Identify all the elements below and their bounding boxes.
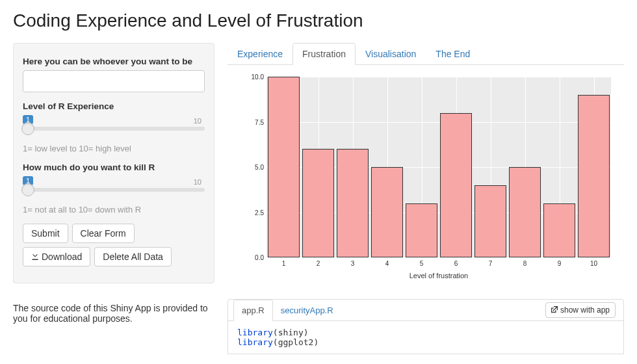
slider2-help: 1= not at all to 10= down with R xyxy=(23,205,205,214)
bar-6 xyxy=(440,113,472,257)
main-panel: ExperienceFrustrationVisualisationThe En… xyxy=(228,43,624,283)
ytick-label: 0.0 xyxy=(255,254,264,261)
code-body: library(shiny) library(ggplot2) xyxy=(228,321,623,354)
delete-all-button[interactable]: Delete All Data xyxy=(94,247,172,266)
bar-9 xyxy=(543,203,575,257)
main-row: Here you can be whoever you want to be L… xyxy=(13,43,624,283)
popout-icon xyxy=(551,306,558,315)
tab-experience[interactable]: Experience xyxy=(228,43,292,65)
download-icon xyxy=(31,252,39,262)
code-tab-app-r[interactable]: app.R xyxy=(233,300,273,321)
slider1-label: Level of R Experience xyxy=(23,101,205,111)
submit-button[interactable]: Submit xyxy=(23,224,68,243)
bar-2 xyxy=(302,149,334,257)
slider2-handle[interactable] xyxy=(21,183,34,196)
xtick-label: 2 xyxy=(317,260,320,267)
tab-bar: ExperienceFrustrationVisualisationThe En… xyxy=(228,43,624,65)
bar-1 xyxy=(268,77,300,257)
bar-8 xyxy=(509,167,541,257)
xtick-label: 6 xyxy=(454,260,458,267)
xtick-label: 7 xyxy=(489,260,493,267)
slider1-handle[interactable] xyxy=(21,122,34,135)
slider1-max-label: 10 xyxy=(190,116,205,125)
show-with-app-button[interactable]: show with app xyxy=(545,302,616,318)
ytick-label: 5.0 xyxy=(255,164,264,171)
download-button[interactable]: Download xyxy=(23,247,90,266)
bar-7 xyxy=(474,185,506,257)
footer-row: The source code of this Shiny App is pro… xyxy=(13,299,624,354)
chart-xlabel: Level of frustration xyxy=(410,272,469,280)
clear-button[interactable]: Clear Form xyxy=(72,224,135,243)
plot-area: 0.02.55.07.510.012345678910 xyxy=(266,77,611,257)
code-tab-securityapp-r[interactable]: securityApp.R xyxy=(273,300,341,320)
frustration-chart: Number of participants 0.02.55.07.510.01… xyxy=(228,69,624,283)
ytick-label: 2.5 xyxy=(255,209,264,216)
bar-10 xyxy=(578,95,610,257)
experience-slider[interactable]: 1 10 xyxy=(23,116,205,140)
slider2-label: How much do you want to kill R xyxy=(23,162,205,172)
bar-3 xyxy=(337,149,369,257)
xtick-label: 1 xyxy=(282,260,286,267)
xtick-label: 8 xyxy=(523,260,527,267)
ytick-label: 7.5 xyxy=(255,118,264,125)
button-row: Submit Clear Form Download Delete All Da… xyxy=(23,224,205,266)
frustration-slider[interactable]: 1 10 xyxy=(23,177,205,201)
xtick-label: 10 xyxy=(590,260,597,267)
footer-text: The source code of this Shiny App is pro… xyxy=(13,299,214,354)
slider2-track xyxy=(23,188,205,192)
tab-the-end[interactable]: The End xyxy=(426,43,480,65)
code-tab-bar: app.RsecurityApp.R show with app xyxy=(228,300,623,321)
show-with-app-label: show with app xyxy=(560,306,610,315)
slider1-help: 1= low level to 10= high level xyxy=(23,144,205,153)
code-panel: app.RsecurityApp.R show with app library… xyxy=(228,299,624,354)
slider1-track xyxy=(23,127,205,131)
name-label: Here you can be whoever you want to be xyxy=(23,57,205,66)
tab-visualisation[interactable]: Visualisation xyxy=(356,43,426,65)
tab-frustration[interactable]: Frustration xyxy=(292,43,356,65)
slider2-max-label: 10 xyxy=(190,177,205,187)
bar-4 xyxy=(371,167,403,257)
download-label: Download xyxy=(42,252,82,262)
bar-5 xyxy=(406,203,437,257)
name-input[interactable] xyxy=(23,70,205,92)
xtick-label: 3 xyxy=(351,260,355,267)
xtick-label: 4 xyxy=(385,260,389,267)
ytick-label: 10.0 xyxy=(252,73,264,81)
sidebar-panel: Here you can be whoever you want to be L… xyxy=(13,43,214,283)
xtick-label: 9 xyxy=(558,260,562,267)
page-title: Coding Experience and Level of Frustrati… xyxy=(13,10,624,31)
xtick-label: 5 xyxy=(420,260,424,267)
